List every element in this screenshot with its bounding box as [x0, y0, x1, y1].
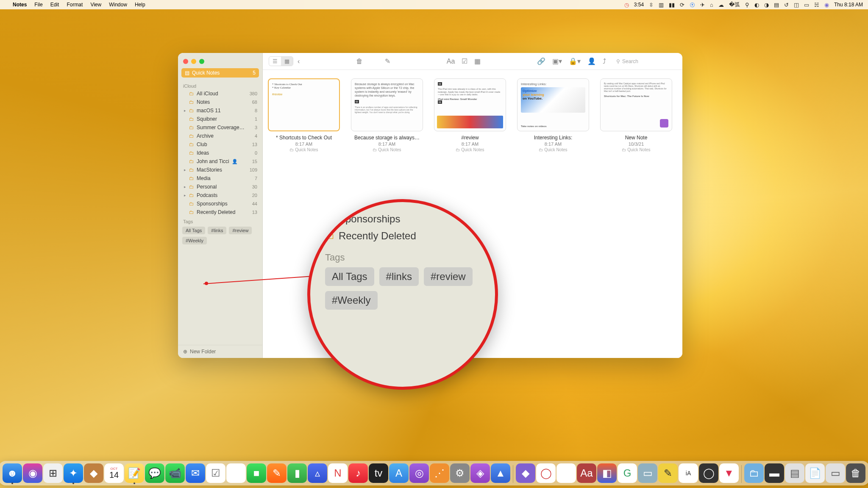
dock-appstore[interactable]: A — [389, 463, 409, 483]
dock-launchpad[interactable]: ⊞ — [43, 463, 63, 483]
note-thumbnail[interactable]: 66The iPad mini was already in a class o… — [434, 78, 506, 131]
note-card[interactable]: Interesting Links:Optimizeyour learningo… — [517, 78, 589, 152]
folder-row[interactable]: 🗀Notes68 — [178, 98, 262, 106]
calendar-status-icon[interactable]: ▥ — [659, 2, 664, 8]
siri-icon[interactable]: ◉ — [824, 2, 829, 8]
toggle-icon[interactable]: ◐ — [754, 2, 759, 8]
clock[interactable]: Thu 8:18 AM — [834, 2, 863, 8]
grid-view-icon[interactable]: ▦ — [281, 57, 293, 66]
dock-keynote[interactable]: ▵ — [308, 463, 327, 483]
wifi-icon[interactable]: �弧 — [729, 1, 740, 8]
folder-row[interactable]: ▸🗀MacStories109 — [178, 166, 262, 174]
dock-github[interactable]: ◯ — [699, 463, 718, 483]
dock-facetime2[interactable]: ■ — [247, 463, 266, 483]
dock-trash[interactable]: 🗑 — [846, 463, 865, 483]
note-thumbnail[interactable]: By waiting until Mac Catalyst apps matur… — [600, 78, 672, 131]
trash-icon[interactable]: 🗑 — [356, 58, 363, 65]
weather-icon[interactable]: ☁ — [718, 2, 724, 8]
dock-stack3[interactable]: ▭ — [826, 463, 845, 483]
lock-icon[interactable]: 🔒▾ — [569, 57, 581, 65]
photo-icon[interactable]: ▣▾ — [552, 57, 562, 65]
folder-row[interactable]: ▸🗀macOS 118 — [178, 106, 262, 115]
tag-chip[interactable]: All Tags — [182, 227, 205, 234]
tag-chip[interactable]: #review — [229, 227, 252, 234]
cloud-icon[interactable]: ⦿ — [690, 2, 695, 8]
menu-file[interactable]: File — [34, 2, 42, 8]
dock-stack1[interactable]: ▤ — [785, 463, 804, 483]
dock-finder[interactable]: ☻ — [3, 463, 22, 483]
new-folder-button[interactable]: ⊕ New Folder — [178, 345, 262, 358]
menu-view[interactable]: View — [90, 2, 101, 8]
folder-row[interactable]: 🗀Sponsorships44 — [178, 200, 262, 208]
dock-news[interactable]: N — [328, 463, 348, 483]
tag-chip[interactable]: #links — [208, 227, 226, 234]
dropbox-icon[interactable]: ⇳ — [649, 2, 654, 8]
dock-reminders[interactable]: ☑ — [206, 463, 225, 483]
search-icon[interactable]: ⚲ — [745, 2, 749, 8]
note-thumbnail[interactable]: Because storage is always encrypted on M… — [351, 78, 423, 131]
control-center-icon[interactable]: ☵ — [814, 2, 819, 8]
folder-row[interactable]: 🗀John and Ticci👤15 — [178, 157, 262, 166]
folder-row[interactable]: 🗀Summer Coverage…3 — [178, 123, 262, 132]
menu-edit[interactable]: Edit — [50, 2, 59, 8]
menu-window[interactable]: Window — [109, 2, 127, 8]
minimize-button[interactable] — [191, 59, 196, 64]
note-thumbnail[interactable]: Interesting Links:Optimizeyour learningo… — [517, 78, 589, 131]
dock-color[interactable]: ✦ — [556, 463, 576, 483]
dock-obsidian[interactable]: ◆ — [516, 463, 535, 483]
folder-row[interactable]: ▸🗀Podcasts20 — [178, 191, 262, 200]
close-button[interactable] — [183, 59, 188, 64]
app-name[interactable]: Notes — [13, 2, 27, 8]
menu-help[interactable]: Help — [135, 2, 145, 8]
zoom-button[interactable] — [199, 59, 204, 64]
dock-podcasts[interactable]: ◎ — [409, 463, 429, 483]
folder-row[interactable]: 🗀Squibner1 — [178, 115, 262, 123]
dock-safari[interactable]: ✦ — [64, 463, 83, 483]
dock-grammarly[interactable]: G — [618, 463, 637, 483]
dock-rss[interactable]: ⋰ — [430, 463, 449, 483]
timer-icon[interactable]: ◷ — [624, 2, 629, 8]
dock-gradient[interactable]: ◧ — [597, 463, 617, 483]
dock-stack2[interactable]: 📄 — [805, 463, 825, 483]
dock-notes[interactable]: 📝 — [125, 463, 144, 483]
rocket-icon[interactable]: ✈ — [700, 2, 705, 8]
dock-photos[interactable]: ❀ — [226, 463, 246, 483]
dock-numbers[interactable]: ▮ — [287, 463, 307, 483]
link-icon[interactable]: 🔗 — [537, 57, 545, 65]
folder-row[interactable]: 🗀Ideas0 — [178, 149, 262, 157]
folder-row[interactable]: 🗀All iCloud380 — [178, 89, 262, 98]
dock-purple[interactable]: ◈ — [470, 463, 490, 483]
table-icon[interactable]: ▦ — [474, 57, 481, 65]
dock-app-brown[interactable]: ◆ — [84, 463, 103, 483]
compose-icon[interactable]: ✎ — [385, 57, 390, 65]
folder-row[interactable]: 🗀Recently Deleted13 — [178, 208, 262, 216]
note-card[interactable]: By waiting until Mac Catalyst apps matur… — [600, 78, 672, 152]
dock-pencil[interactable]: ✎ — [658, 463, 678, 483]
folder-row[interactable]: 🗀Media7 — [178, 174, 262, 183]
dock-calendar[interactable]: OCT 14 — [104, 463, 124, 483]
back-button[interactable]: ‹ — [298, 58, 300, 65]
folder-row[interactable]: 🗀Archive4 — [178, 132, 262, 140]
search-field[interactable]: ⚲ Search — [613, 57, 676, 66]
dock-ia[interactable]: iA — [679, 463, 698, 483]
folder-row[interactable]: 🗀Club13 — [178, 140, 262, 149]
dock-todoist[interactable]: ◯ — [536, 463, 556, 483]
dock-pages[interactable]: ✎ — [267, 463, 287, 483]
dock-siri[interactable]: ◉ — [23, 463, 42, 483]
checklist-icon[interactable]: ☑ — [462, 57, 467, 65]
list-view-icon[interactable]: ☰ — [269, 57, 281, 66]
note-card[interactable]: Because storage is always encrypted on M… — [351, 78, 423, 152]
menu-format[interactable]: Format — [67, 2, 83, 8]
history-icon[interactable]: ↺ — [784, 2, 789, 8]
item-icon[interactable]: ◫ — [794, 2, 799, 8]
tag-chip[interactable]: #Weekly — [182, 237, 207, 244]
note-thumbnail[interactable]: * Shortcuts to Check Out* Key Calendar#r… — [268, 78, 340, 131]
sync-icon[interactable]: ⟳ — [680, 2, 684, 8]
dock-music[interactable]: ♪ — [348, 463, 368, 483]
dock-folder[interactable]: 🗀 — [744, 463, 764, 483]
note-card[interactable]: 66The iPad mini was already in a class o… — [434, 78, 506, 152]
stats-icon[interactable]: ▮▮ — [669, 2, 675, 8]
collaborate-icon[interactable]: 👤 — [587, 57, 596, 65]
view-toggle[interactable]: ☰ ▦ — [269, 56, 293, 66]
display-icon[interactable]: ▭ — [804, 2, 809, 8]
